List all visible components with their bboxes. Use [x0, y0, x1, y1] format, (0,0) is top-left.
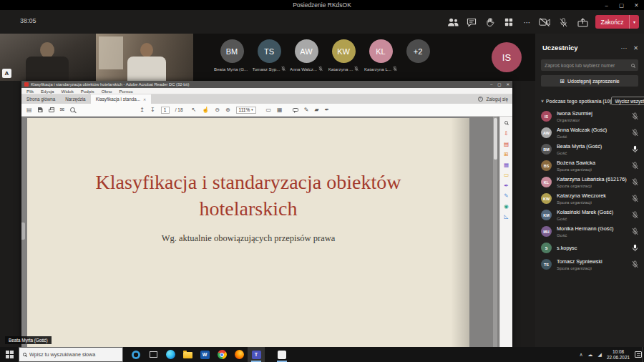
raise-hand-button[interactable] [484, 16, 496, 29]
mic-off-icon[interactable] [632, 112, 638, 120]
zoom-level-select[interactable]: 111% ▾ [236, 107, 256, 114]
help-icon[interactable]: ? [478, 97, 483, 102]
video-feed[interactable] [96, 34, 193, 81]
print-icon[interactable] [49, 109, 54, 112]
mic-off-icon[interactable] [632, 211, 638, 219]
invite-search-field[interactable] [541, 59, 638, 71]
participant-row[interactable]: AW Anna Walczak (Gość)Gość [535, 124, 644, 141]
tab-document[interactable]: Klasyfikacja i standa... ✕ [91, 94, 152, 104]
sign-icon[interactable]: ✒ [325, 107, 330, 113]
menu-widok[interactable]: Widok [62, 89, 74, 94]
chat-button[interactable] [465, 16, 477, 29]
edge-button[interactable] [162, 347, 179, 362]
participant-tile[interactable]: TS Tomasz Syp... [250, 34, 288, 81]
participant-row[interactable]: IS Iwona SzurmiejOrganizator [535, 108, 644, 124]
combine-files-tool-icon[interactable]: ⊞ [504, 152, 508, 157]
menu-podpis[interactable]: Podpis [81, 89, 94, 94]
chrome-button[interactable] [213, 347, 230, 362]
open-app-button[interactable] [273, 347, 291, 362]
participant-row[interactable]: KW Katarzyna WieczorekSpoza organizacji [535, 190, 644, 207]
share-screen-button[interactable] [577, 16, 589, 29]
participant-row[interactable]: BM Beata Myrta (Gość)Gość [535, 141, 644, 157]
tab-tools[interactable]: Narzędzia [60, 94, 90, 104]
word-button[interactable]: W [196, 347, 213, 362]
active-speaker-tile[interactable]: IS [478, 34, 535, 81]
tab-close-icon[interactable]: ✕ [143, 97, 146, 102]
select-tool-icon[interactable]: ↖ [192, 107, 197, 113]
search-icon[interactable] [70, 107, 75, 112]
participant-tile[interactable]: KW Katarzyna ... [325, 34, 362, 81]
measure-tool-icon[interactable]: ◺ [504, 214, 509, 220]
panel-more-button[interactable]: ⋯ [620, 44, 627, 52]
mic-off-icon[interactable] [632, 195, 638, 202]
onedrive-cloud-icon[interactable]: ☁ [588, 352, 593, 357]
pane-toggle-icon[interactable]: ▤ [26, 107, 32, 113]
firefox-button[interactable] [230, 347, 248, 362]
participant-tile[interactable]: BM Beata Myrta (G... [213, 34, 250, 81]
breakout-rooms-button[interactable] [502, 16, 514, 29]
taskbar-search-field[interactable] [19, 347, 123, 362]
next-page-icon[interactable]: ↧ [150, 107, 155, 113]
participant-row[interactable]: BS Bożena SawickaSpoza organizacji [535, 157, 644, 174]
create-pdf-tool-icon[interactable]: ▤ [504, 142, 509, 147]
stamp-tool-icon[interactable]: ◉ [504, 204, 509, 210]
panel-close-button[interactable]: ✕ [633, 44, 638, 52]
comment-icon[interactable] [293, 108, 298, 112]
participant-row[interactable]: MH Monika Hermann (Gość)Gość [535, 223, 644, 240]
participant-row[interactable]: S s.kopysc [535, 240, 644, 256]
cortana-button[interactable] [127, 347, 145, 362]
menu-pomoc[interactable]: Pomoc [119, 89, 132, 94]
network-signal-icon[interactable]: ◢ [598, 352, 602, 357]
mic-off-icon[interactable] [632, 260, 638, 268]
mic-off-icon[interactable] [632, 162, 638, 170]
fill-sign-tool-icon[interactable]: ✒ [504, 183, 508, 189]
participant-row[interactable]: KM Kolasiński Marek (Gość)Gość [535, 207, 644, 223]
single-page-view-icon[interactable]: ▭ [266, 107, 272, 113]
file-explorer-button[interactable] [179, 347, 196, 362]
leave-options-chevron-icon[interactable]: ▾ [629, 15, 639, 29]
teams-button[interactable]: T [248, 347, 265, 362]
participant-tile[interactable]: AW Anna Walcz... [288, 34, 325, 81]
participant-row[interactable]: KL Katarzyna Lubańska (612176)Spoza orga… [535, 174, 644, 190]
page-number-input[interactable]: 1 [161, 107, 170, 114]
highlighter-icon[interactable]: ▰ [314, 107, 318, 113]
more-actions-button[interactable]: ⋯ [521, 16, 533, 29]
hand-tool-icon[interactable]: ☝ [202, 107, 209, 113]
window-close-button[interactable]: ✕ [629, 0, 644, 10]
window-maximize-button[interactable]: ▢ [614, 0, 629, 10]
find-tool-icon[interactable] [504, 121, 508, 124]
previous-page-icon[interactable]: ↥ [140, 107, 145, 113]
mic-on-icon[interactable] [632, 145, 638, 153]
menu-plik[interactable]: Plik [26, 89, 34, 94]
acrobat-maximize-button[interactable]: ▢ [497, 82, 501, 87]
acrobat-close-button[interactable]: ✕ [506, 82, 509, 87]
tray-expand-chevron-icon[interactable]: ∧ [579, 352, 582, 357]
zoom-in-icon[interactable]: ⊕ [225, 107, 230, 113]
page-grid-view-icon[interactable]: ▦ [277, 107, 283, 113]
pen-icon[interactable]: ✎ [304, 107, 309, 113]
shared-screen-acrobat-window[interactable]: Klasyfikacja i standaryzacja obiektów ho… [21, 81, 512, 347]
scrollbar-thumb[interactable] [494, 118, 497, 160]
leave-meeting-button[interactable]: Zakończ ▾ [595, 15, 639, 29]
camera-off-button[interactable] [538, 16, 550, 29]
comment-tool-icon[interactable]: ▭ [504, 172, 509, 178]
export-pdf-tool-icon[interactable]: ⇩ [504, 131, 508, 137]
sign-in-link[interactable]: Zaloguj się [487, 97, 508, 102]
organize-pages-tool-icon[interactable]: ▦ [504, 162, 509, 168]
menu-okno[interactable]: Okno [102, 89, 112, 94]
video-feed[interactable] [0, 34, 96, 81]
zoom-out-icon[interactable]: ⊖ [215, 107, 220, 113]
task-view-button[interactable] [145, 347, 162, 362]
overflow-tile[interactable]: +2 [399, 34, 436, 81]
navigation-pane-toggle[interactable] [21, 222, 25, 240]
document-scrollbar[interactable] [493, 117, 497, 347]
participant-row[interactable]: TS Tomasz SypniewskiSpoza organizacji [535, 256, 644, 273]
participants-button[interactable] [447, 16, 459, 29]
mic-off-button[interactable] [557, 16, 570, 29]
action-center-icon[interactable] [635, 351, 642, 358]
edit-pdf-tool-icon[interactable]: ✎ [504, 193, 508, 199]
mic-off-icon[interactable] [632, 228, 638, 235]
start-button[interactable] [0, 347, 19, 362]
window-minimize-button[interactable]: – [599, 0, 614, 10]
mute-all-button[interactable]: Wycisz wszystkich [611, 97, 644, 105]
